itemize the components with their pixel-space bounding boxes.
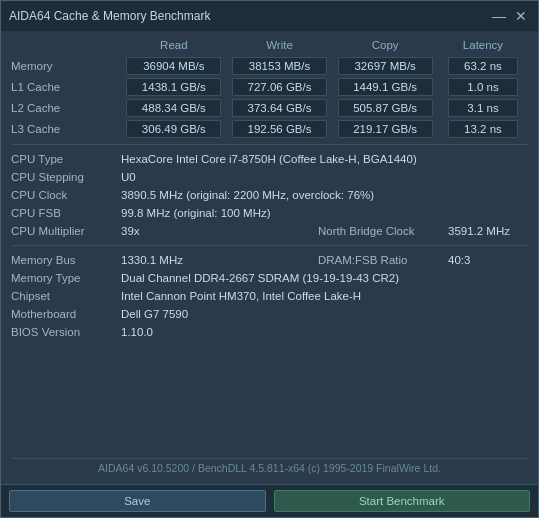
bios-version-row: BIOS Version 1.10.0 [11,324,528,340]
row-label-l1: L1 Cache [11,81,121,93]
col-header-copy: Copy [332,39,438,51]
status-bar: AIDA64 v6.10.5200 / BenchDLL 4.5.811-x64… [11,458,528,478]
cpu-clock-value: 3890.5 MHz (original: 2200 MHz, overcloc… [121,189,528,201]
benchmark-table: Read Write Copy Latency Memory 36904 MB/… [11,39,528,454]
memory-type-label: Memory Type [11,272,121,284]
motherboard-row: Motherboard Dell G7 7590 [11,306,528,322]
memory-bus-row: Memory Bus 1330.1 MHz DRAM:FSB Ratio 40:… [11,252,528,268]
memory-latency: 63.2 ns [448,57,518,75]
motherboard-value: Dell G7 7590 [121,308,528,320]
divider-2 [11,245,528,246]
save-button[interactable]: Save [9,490,266,512]
cpu-info-section: CPU Type HexaCore Intel Core i7-8750H (C… [11,151,528,239]
memory-bus-value: 1330.1 MHz [121,254,318,266]
cpu-stepping-row: CPU Stepping U0 [11,169,528,185]
chipset-label: Chipset [11,290,121,302]
divider-1 [11,144,528,145]
northbridge-clock-value: 3591.2 MHz [448,225,528,237]
main-window: AIDA64 Cache & Memory Benchmark — ✕ Read… [0,0,539,518]
bios-version-label: BIOS Version [11,326,121,338]
content-area: Read Write Copy Latency Memory 36904 MB/… [1,31,538,484]
col-header-write: Write [227,39,333,51]
l2-latency: 3.1 ns [448,99,518,117]
memory-type-value: Dual Channel DDR4-2667 SDRAM (19-19-19-4… [121,272,528,284]
l3-latency: 13.2 ns [448,120,518,138]
l2-copy: 505.87 GB/s [338,99,433,117]
cpu-multiplier-value: 39x [121,225,318,237]
cpu-stepping-value: U0 [121,171,528,183]
l2-read: 488.34 GB/s [126,99,221,117]
table-row: L2 Cache 488.34 GB/s 373.64 GB/s 505.87 … [11,99,528,117]
start-benchmark-button[interactable]: Start Benchmark [274,490,531,512]
memory-bus-label: Memory Bus [11,254,121,266]
memory-type-row: Memory Type Dual Channel DDR4-2667 SDRAM… [11,270,528,286]
table-header: Read Write Copy Latency [11,39,528,54]
button-bar: Save Start Benchmark [1,484,538,517]
l3-read: 306.49 GB/s [126,120,221,138]
row-label-memory: Memory [11,60,121,72]
cpu-type-label: CPU Type [11,153,121,165]
l2-write: 373.64 GB/s [232,99,327,117]
row-label-l2: L2 Cache [11,102,121,114]
table-row: L1 Cache 1438.1 GB/s 727.06 GB/s 1449.1 … [11,78,528,96]
table-row: L3 Cache 306.49 GB/s 192.56 GB/s 219.17 … [11,120,528,138]
close-button[interactable]: ✕ [512,7,530,25]
cpu-multiplier-row: CPU Multiplier 39x North Bridge Clock 35… [11,223,528,239]
minimize-button[interactable]: — [490,7,508,25]
l1-latency: 1.0 ns [448,78,518,96]
l1-write: 727.06 GB/s [232,78,327,96]
memory-write: 38153 MB/s [232,57,327,75]
row-label-l3: L3 Cache [11,123,121,135]
cpu-multiplier-label: CPU Multiplier [11,225,121,237]
window-controls: — ✕ [490,7,530,25]
window-title: AIDA64 Cache & Memory Benchmark [9,9,210,23]
cpu-fsb-row: CPU FSB 99.8 MHz (original: 100 MHz) [11,205,528,221]
memory-read: 36904 MB/s [126,57,221,75]
l1-read: 1438.1 GB/s [126,78,221,96]
col-header-read: Read [121,39,227,51]
motherboard-label: Motherboard [11,308,121,320]
cpu-type-value: HexaCore Intel Core i7-8750H (Coffee Lak… [121,153,528,165]
cpu-clock-row: CPU Clock 3890.5 MHz (original: 2200 MHz… [11,187,528,203]
bios-version-value: 1.10.0 [121,326,528,338]
chipset-value: Intel Cannon Point HM370, Intel Coffee L… [121,290,528,302]
cpu-fsb-value: 99.8 MHz (original: 100 MHz) [121,207,528,219]
northbridge-clock-label: North Bridge Clock [318,225,448,237]
col-header-label [11,39,121,51]
table-row: Memory 36904 MB/s 38153 MB/s 32697 MB/s … [11,57,528,75]
dram-fsb-value: 40:3 [448,254,528,266]
memory-copy: 32697 MB/s [338,57,433,75]
l3-copy: 219.17 GB/s [338,120,433,138]
l1-copy: 1449.1 GB/s [338,78,433,96]
cpu-clock-label: CPU Clock [11,189,121,201]
l3-write: 192.56 GB/s [232,120,327,138]
chipset-row: Chipset Intel Cannon Point HM370, Intel … [11,288,528,304]
cpu-type-row: CPU Type HexaCore Intel Core i7-8750H (C… [11,151,528,167]
cpu-fsb-label: CPU FSB [11,207,121,219]
col-header-latency: Latency [438,39,528,51]
cpu-stepping-label: CPU Stepping [11,171,121,183]
title-bar: AIDA64 Cache & Memory Benchmark — ✕ [1,1,538,31]
dram-fsb-label: DRAM:FSB Ratio [318,254,448,266]
mem-info-section: Memory Bus 1330.1 MHz DRAM:FSB Ratio 40:… [11,252,528,340]
